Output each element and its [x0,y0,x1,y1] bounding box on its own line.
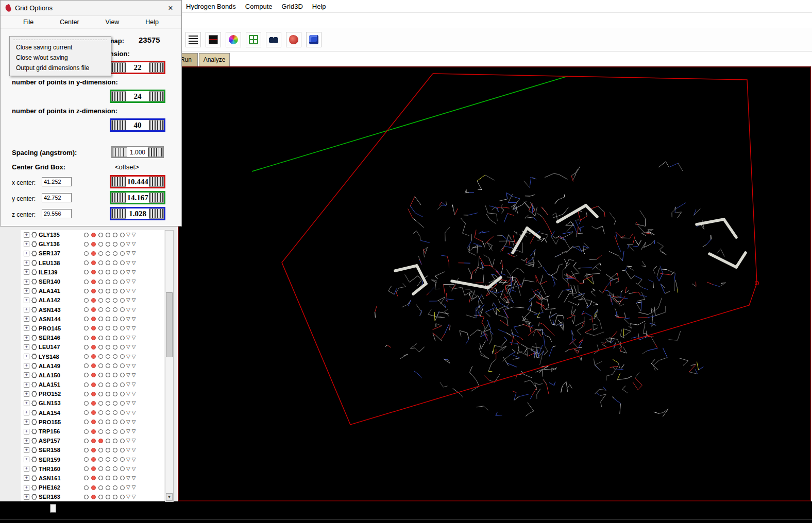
triangle-down-icon[interactable]: ▽ [132,279,136,284]
radio-dot[interactable] [120,382,125,387]
radio-dot[interactable] [98,382,103,387]
triangle-down-icon[interactable]: ▽ [126,335,130,340]
residue-row[interactable]: + SER163 ▽ ▽ [21,492,164,501]
radio-dot-selected[interactable] [91,242,96,247]
radio-dot[interactable] [84,233,89,237]
radio-dot-selected[interactable] [91,298,96,303]
y-dim-thumbwheel[interactable]: 24 [110,90,165,103]
radio-dot-selected[interactable] [91,307,96,312]
triangle-down-icon[interactable]: ▽ [126,307,130,312]
expand-icon[interactable]: + [24,288,29,294]
triangle-down-icon[interactable]: ▽ [126,438,130,443]
radio-dot[interactable] [98,336,103,340]
frame-slider-handle[interactable] [50,504,56,513]
radio-dot[interactable] [120,326,125,330]
radio-dot[interactable] [113,233,117,237]
radio-dot[interactable] [120,495,125,499]
radio-dot[interactable] [98,429,103,434]
isosurface-icon[interactable] [286,32,301,47]
radio-dot[interactable] [106,457,110,462]
expand-icon[interactable]: + [24,241,29,247]
dialog-titlebar[interactable]: Grid Options × [1,1,181,16]
radio-dot[interactable] [84,420,89,424]
radio-dot[interactable] [84,392,89,396]
radio-dot[interactable] [98,476,103,480]
radio-dot[interactable] [106,420,110,424]
radio-dot[interactable] [113,345,117,350]
x-center-input[interactable] [42,177,72,186]
radio-dot[interactable] [120,251,125,256]
display-icon[interactable] [206,32,221,47]
residue-row[interactable]: + ALA154 ▽ ▽ [21,408,164,417]
radio-dot[interactable] [120,242,125,247]
radio-dot[interactable] [98,410,103,415]
radio-dot[interactable] [106,270,110,274]
x-offset-thumbwheel[interactable]: 10.444 [110,175,165,188]
radio-dot[interactable] [120,448,125,452]
radio-dot-selected[interactable] [91,280,96,284]
residue-row[interactable]: + SER140 ▽ ▽ [21,277,164,286]
radio-dot[interactable] [106,466,110,471]
radio-dot[interactable] [98,326,103,330]
triangle-down-icon[interactable]: ▽ [126,466,130,472]
thumbwheel-stripes[interactable] [149,91,164,101]
triangle-down-icon[interactable]: ▽ [132,494,136,499]
residue-row[interactable]: + PRO152 ▽ ▽ [21,389,164,398]
radio-dot[interactable] [106,401,110,406]
radio-dot-selected[interactable] [91,345,96,350]
radio-dot[interactable] [113,401,117,406]
expand-icon[interactable]: + [24,232,29,238]
radio-dot[interactable] [106,363,110,368]
radio-dot[interactable] [106,354,110,359]
radio-dot-selected[interactable] [91,251,96,256]
radio-dot-selected[interactable] [91,439,96,443]
residue-scrollbar[interactable]: ▼ [165,230,174,502]
radio-dot-selected[interactable] [91,382,96,387]
radio-dot[interactable] [113,429,117,434]
radio-dot[interactable] [106,242,110,247]
expand-icon[interactable]: + [24,279,29,285]
radio-dot-selected[interactable] [91,326,96,330]
radio-dot[interactable] [120,373,125,377]
menubar-item-help[interactable]: Help [308,3,331,10]
grid-table-icon[interactable] [246,32,261,47]
triangle-down-icon[interactable]: ▽ [126,232,130,237]
triangle-down-icon[interactable]: ▽ [132,344,136,350]
thumbwheel-stripes[interactable] [111,62,126,73]
triangle-down-icon[interactable]: ▽ [132,466,136,472]
triangle-down-icon[interactable]: ▽ [132,307,136,312]
radio-dot-selected[interactable] [91,317,96,321]
thumbwheel-stripes[interactable] [149,193,164,203]
triangle-down-icon[interactable]: ▽ [132,476,136,481]
radio-dot-selected[interactable] [91,260,96,265]
triangle-down-icon[interactable]: ▽ [132,429,136,434]
residue-row[interactable]: + TRP156 ▽ ▽ [21,427,164,436]
radio-dot-selected[interactable] [91,448,96,452]
radio-dot[interactable] [84,317,89,321]
molecule-viewport[interactable] [178,66,811,501]
radio-dot[interactable] [98,307,103,312]
radio-dot[interactable] [113,289,117,293]
radio-dot[interactable] [106,448,110,452]
expand-icon[interactable]: + [24,298,29,303]
radio-dot[interactable] [84,495,89,499]
radio-dot[interactable] [120,270,125,274]
radio-dot[interactable] [98,392,103,396]
expand-icon[interactable]: + [24,316,29,322]
residue-row[interactable]: + ALA141 ▽ ▽ [21,286,164,295]
radio-dot[interactable] [84,251,89,256]
thumbwheel-stripes[interactable] [111,208,126,219]
radio-dot[interactable] [84,429,89,434]
dialog-menu-file[interactable]: File [23,19,33,26]
radio-dot[interactable] [120,345,125,350]
expand-icon[interactable]: + [24,363,29,369]
radio-dot[interactable] [98,466,103,471]
triangle-down-icon[interactable]: ▽ [132,326,136,331]
radio-dot[interactable] [120,457,125,462]
radio-dot[interactable] [98,270,103,274]
radio-dot[interactable] [113,466,117,471]
triangle-down-icon[interactable]: ▽ [132,373,136,378]
radio-dot-selected[interactable] [91,476,96,480]
menubar-item-compute[interactable]: Compute [241,3,277,10]
radio-dot-selected[interactable] [91,429,96,434]
